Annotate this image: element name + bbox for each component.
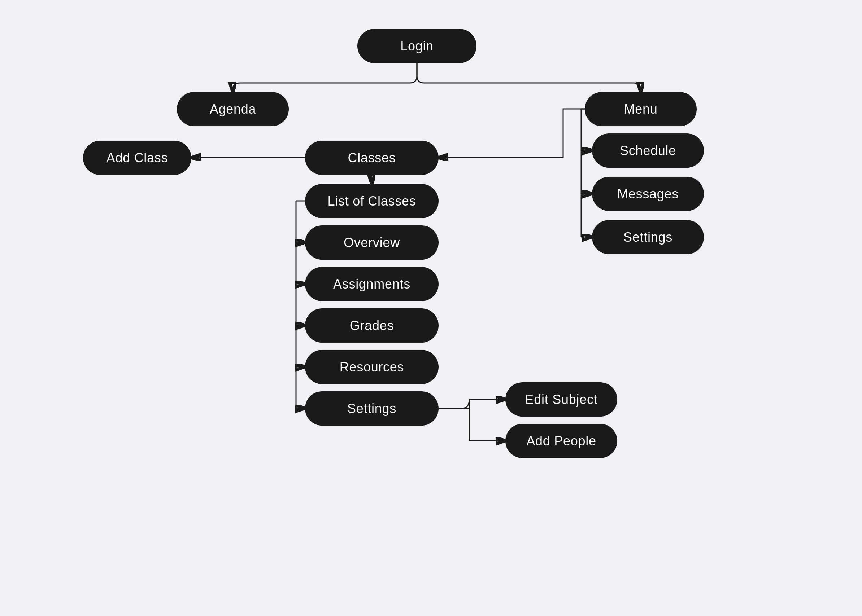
schedule-node: Schedule [592,134,704,168]
connectors-svg [0,0,862,616]
listofclasses-node: List of Classes [305,184,438,218]
settings-classes-node: Settings [305,391,438,426]
edit-subject-node: Edit Subject [505,382,617,416]
diagram: Login Agenda Menu Classes Add Class List… [0,0,862,616]
add-people-node: Add People [505,424,617,458]
messages-node: Messages [592,177,704,211]
resources-node: Resources [305,350,438,384]
agenda-node: Agenda [177,92,289,126]
overview-node: Overview [305,225,438,260]
menu-node: Menu [585,92,697,126]
addclass-node: Add Class [83,141,191,175]
login-node: Login [357,29,476,63]
settings-menu-node: Settings [592,220,704,254]
classes-node: Classes [305,141,438,175]
grades-node: Grades [305,308,438,343]
assignments-node: Assignments [305,267,438,301]
